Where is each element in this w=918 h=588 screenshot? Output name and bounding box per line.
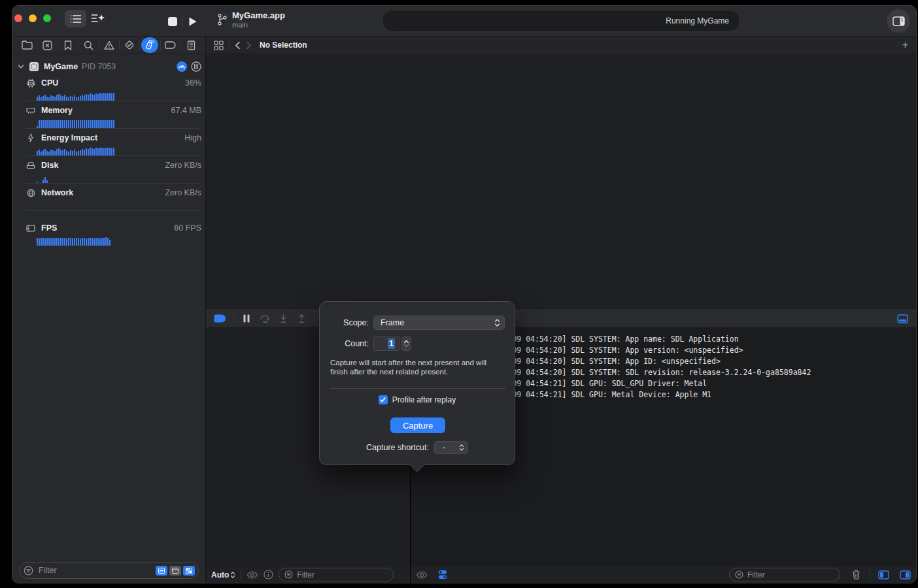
filter-icon xyxy=(24,566,33,576)
info-icon[interactable] xyxy=(264,570,273,580)
jump-bar-divider xyxy=(229,41,230,50)
gauge-histogram xyxy=(37,200,201,210)
gpu-capture-popover: Scope: Frame Count: 1 Capture will start… xyxy=(319,301,515,465)
tab-debug-navigator[interactable] xyxy=(140,37,160,54)
gauge-histogram xyxy=(37,145,201,155)
tab-issue-navigator[interactable] xyxy=(99,37,119,54)
related-items-grid-icon[interactable] xyxy=(214,41,224,50)
filter-recent-button[interactable] xyxy=(156,566,167,576)
branch-icon xyxy=(217,13,228,26)
minimize-window-button[interactable] xyxy=(29,14,37,22)
variables-bottom-bar: Auto xyxy=(206,566,410,583)
capture-button-label: Capture xyxy=(403,421,433,431)
capture-shortcut-select[interactable]: - xyxy=(434,441,468,454)
gauge-value: Zero KB/s xyxy=(165,188,201,197)
inspector-panel-icon xyxy=(892,16,905,26)
scheme-selector[interactable]: MyGame.app main xyxy=(217,10,285,29)
breakpoints-toggle-button[interactable] xyxy=(212,312,227,326)
search-icon xyxy=(84,41,94,50)
trash-icon[interactable] xyxy=(852,570,860,580)
tab-report-navigator[interactable] xyxy=(181,37,201,54)
back-chevron-icon[interactable] xyxy=(235,41,241,50)
zoom-window-button[interactable] xyxy=(43,14,51,22)
gauge-histogram xyxy=(37,235,201,246)
variables-mode-value: Auto xyxy=(211,570,229,580)
profile-after-replay-checkbox[interactable] xyxy=(379,395,388,404)
gauge-list: CPU36%Memory67.4 MBEnergy ImpactHighDisk… xyxy=(25,74,201,246)
breakpoint-fill-icon xyxy=(214,314,226,323)
filter-hierarchy-button[interactable] xyxy=(183,566,195,576)
tab-project-navigator[interactable] xyxy=(17,37,37,54)
process-row[interactable]: MyGame PID 7053 xyxy=(12,59,205,74)
gauge-label: Energy Impact xyxy=(41,133,97,142)
scope-select[interactable]: Frame xyxy=(373,316,505,330)
gauge-histogram xyxy=(37,90,201,101)
tab-breakpoint-navigator[interactable] xyxy=(161,37,180,54)
gauge-row-cpu[interactable]: CPU36% xyxy=(25,74,201,101)
add-editor-button[interactable]: + xyxy=(902,40,908,50)
count-input[interactable]: 1 xyxy=(373,336,400,351)
capture-button[interactable]: Capture xyxy=(390,417,445,433)
window-glyph-icon xyxy=(172,568,178,574)
activity-view[interactable]: Running MyGame xyxy=(382,10,740,32)
step-into-icon xyxy=(279,314,288,323)
intelligence-button[interactable] xyxy=(89,10,107,27)
pause-button[interactable] xyxy=(239,312,254,326)
show-variables-panel-icon[interactable] xyxy=(878,570,889,580)
close-window-button[interactable] xyxy=(14,14,22,22)
filter-icon xyxy=(735,570,743,579)
capture-description: Capture will start after the next presen… xyxy=(330,358,505,376)
navigator-filter-field[interactable]: Filter xyxy=(19,562,199,579)
network-icon xyxy=(26,189,35,197)
scheme-subtitle: main xyxy=(232,21,285,29)
gauge-row-disk[interactable]: DiskZero KB/s xyxy=(25,156,201,184)
count-label: Count: xyxy=(320,339,369,348)
sidebar-toggle-button[interactable] xyxy=(65,10,86,27)
debug-navigator-outline: MyGame PID 7053 CPU36%Mem xyxy=(12,54,205,558)
report-doc-icon xyxy=(187,41,196,50)
variables-filter-placeholder: Filter xyxy=(297,570,314,580)
gauge-row-fps[interactable]: FPS60 FPS xyxy=(25,219,201,246)
threads-view-icon[interactable] xyxy=(191,61,201,72)
step-into-button[interactable] xyxy=(276,312,290,326)
hide-debug-area-button[interactable] xyxy=(895,312,910,326)
tab-test-navigator[interactable] xyxy=(120,37,139,54)
debug-gauge-spray-icon xyxy=(144,40,155,50)
profile-gauge-icon[interactable] xyxy=(177,61,187,72)
disk-icon xyxy=(26,161,35,169)
step-over-button[interactable] xyxy=(258,312,272,326)
gauge-row-energy[interactable]: Energy ImpactHigh xyxy=(25,129,201,156)
gauge-histogram xyxy=(37,172,201,183)
gauge-row-network[interactable]: NetworkZero KB/s xyxy=(25,184,201,211)
variables-mode-select[interactable]: Auto xyxy=(211,570,235,580)
inspector-toggle-button[interactable] xyxy=(887,9,910,33)
eye-icon[interactable] xyxy=(416,571,428,579)
count-stepper[interactable] xyxy=(401,336,411,351)
variables-filter-field[interactable]: Filter xyxy=(279,568,394,581)
gauge-value: 67.4 MB xyxy=(171,106,201,115)
tab-bookmarks-navigator[interactable] xyxy=(58,37,78,54)
select-chevrons-icon xyxy=(494,319,500,327)
step-out-button[interactable] xyxy=(294,312,309,326)
gauge-value: 60 FPS xyxy=(174,223,201,233)
step-over-icon xyxy=(260,314,271,323)
console-source-toggles-icon[interactable] xyxy=(438,570,447,580)
gauge-value: Zero KB/s xyxy=(165,161,201,170)
run-button[interactable] xyxy=(186,13,199,29)
activity-status: Running MyGame xyxy=(666,16,740,25)
tab-source-control-navigator[interactable] xyxy=(37,37,57,54)
capture-shortcut-label: Capture shortcut: xyxy=(366,443,429,452)
stop-button[interactable] xyxy=(167,13,178,29)
eye-icon[interactable] xyxy=(246,571,258,579)
debug-bar-divider xyxy=(314,314,315,324)
console-filter-field[interactable]: Filter xyxy=(729,568,840,581)
gauge-row-memory[interactable]: Memory67.4 MB xyxy=(25,101,201,129)
disclosure-chevron-icon[interactable] xyxy=(18,64,24,69)
tab-find-navigator[interactable] xyxy=(78,37,98,54)
forward-chevron-icon[interactable] xyxy=(246,41,252,50)
filter-modified-button[interactable] xyxy=(169,566,181,576)
count-value: 1 xyxy=(388,338,395,349)
bottom-bar-divider xyxy=(870,570,870,580)
list-icon xyxy=(70,14,82,24)
show-console-panel-icon[interactable] xyxy=(900,570,911,580)
